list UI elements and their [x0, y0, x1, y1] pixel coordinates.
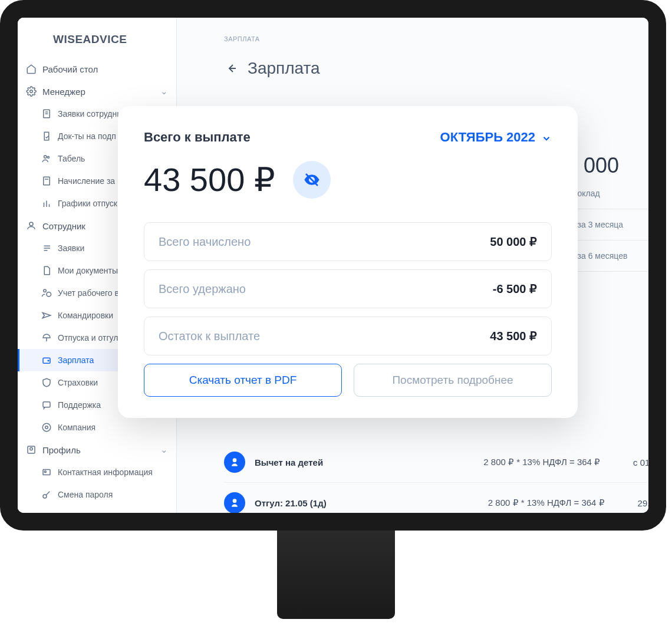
nav-desktop[interactable]: Рабочий стол [18, 58, 176, 80]
detail-value: 43 500 ₽ [490, 329, 537, 343]
chart-icon [41, 198, 52, 209]
svg-point-16 [47, 292, 51, 297]
history-date: с 01.2020 [633, 457, 648, 467]
person-icon [26, 220, 37, 231]
history-formula: 2 800 ₽ * 13% НДФЛ = 364 ₽ [417, 498, 628, 508]
page-title: Зарплата [248, 59, 320, 78]
svg-rect-6 [44, 177, 50, 185]
svg-point-0 [30, 90, 33, 93]
svg-point-30 [233, 499, 237, 503]
history-row[interactable]: Отгул: 21.05 (1д) 2 800 ₽ * 13% НДФЛ = 3… [224, 483, 648, 513]
nav-label: Док-ты на подп [58, 131, 116, 141]
chevron-down-icon: ⌄ [160, 86, 168, 97]
bg-line: ий за 3 месяца [566, 209, 648, 241]
app-logo: WISEADVICE [18, 26, 176, 58]
svg-point-5 [48, 156, 50, 158]
wallet-icon [41, 355, 52, 365]
file-icon [41, 265, 52, 276]
chevron-down-icon [541, 132, 552, 143]
toggle-visibility-button[interactable] [293, 161, 331, 199]
chat-icon [41, 400, 52, 410]
nav-label: Контактная информация [58, 467, 153, 477]
detail-remaining: Остаток к выплате 43 500 ₽ [144, 317, 552, 355]
list-icon [41, 243, 52, 253]
nav-emp-company[interactable]: Компания [18, 416, 176, 439]
salary-summary-card: Всего к выплате ОКТЯБРЬ 2022 43 500 ₽ Вс… [118, 106, 578, 418]
svg-point-15 [44, 289, 47, 292]
detail-value: 50 000 ₽ [490, 235, 537, 249]
bg-line: ий оклад [566, 178, 648, 209]
detail-accrued: Всего начислено 50 000 ₽ [144, 222, 552, 261]
card-title: Всего к выплате [144, 130, 251, 145]
home-icon [26, 64, 37, 74]
detail-withheld: Всего удержано -6 500 ₽ [144, 269, 552, 308]
download-pdf-button[interactable]: Скачать отчет в PDF [144, 364, 342, 397]
card-icon [41, 467, 52, 477]
history-row[interactable]: Вычет на детей 2 800 ₽ * 13% НДФЛ = 364 … [224, 442, 648, 483]
nav-label: Учет рабочего в [58, 288, 119, 298]
detail-label: Всего удержано [159, 282, 246, 296]
nav-label: Поддержка [58, 400, 101, 410]
nav-label: Графики отпуск [58, 199, 117, 208]
nav-profile-password[interactable]: Смена пароля [18, 483, 176, 506]
history-formula: 2 800 ₽ * 13% НДФЛ = 364 ₽ [417, 457, 624, 467]
plane-icon [41, 310, 52, 321]
nav-label: Сотрудник [42, 221, 85, 231]
nav-label: Менеджер [42, 87, 85, 97]
nav-label: Смена пароля [58, 490, 113, 499]
nav-profile-contact[interactable]: Контактная информация [18, 461, 176, 483]
nav-profile[interactable]: Профиль ⌄ [18, 439, 176, 461]
detail-value: -6 500 ₽ [493, 282, 537, 296]
chevron-down-icon: ⌄ [160, 444, 168, 455]
month-picker[interactable]: ОКТЯБРЬ 2022 [440, 130, 552, 145]
detail-label: Остаток к выплате [159, 330, 260, 343]
bg-amount: 2 000 [566, 153, 648, 178]
svg-point-24 [30, 447, 33, 450]
eye-off-icon [303, 171, 321, 189]
users-icon [41, 153, 52, 164]
child-deduction-icon [224, 452, 245, 473]
history-title: Отгул: 21.05 (1д) [255, 498, 408, 508]
history-title: Вычет на детей [255, 457, 408, 467]
shield-icon [41, 377, 52, 388]
svg-point-27 [43, 495, 47, 498]
nav-label: Страховки [58, 378, 98, 387]
gear-icon [26, 86, 37, 97]
nav-label: Мои документы [58, 266, 118, 275]
nav-label: Отпуска и отгул [58, 333, 118, 342]
svg-point-22 [45, 426, 48, 429]
signature-icon [41, 131, 52, 141]
svg-rect-20 [43, 402, 50, 407]
dayoff-icon [224, 492, 245, 513]
back-arrow-icon[interactable] [224, 61, 238, 75]
id-icon [26, 444, 37, 455]
svg-point-26 [44, 471, 46, 473]
view-details-button[interactable]: Посмотреть подробнее [354, 364, 552, 397]
building-icon [41, 422, 52, 433]
svg-point-21 [42, 423, 51, 432]
nav-label: Командировки [58, 311, 113, 320]
svg-point-4 [44, 156, 47, 159]
calculator-icon [41, 176, 52, 186]
svg-point-19 [48, 360, 49, 361]
svg-point-11 [29, 222, 33, 226]
breadcrumb: ЗАРПЛАТА [177, 18, 648, 42]
total-amount: 43 500 ₽ [144, 160, 275, 199]
history-date: 29.04.20 [638, 498, 648, 508]
clock-person-icon [41, 288, 52, 298]
nav-label: Компания [58, 423, 95, 432]
svg-point-29 [233, 458, 237, 462]
nav-label: Профиль [42, 445, 81, 455]
nav-label: Начисление за [58, 176, 115, 186]
month-value: ОКТЯБРЬ 2022 [440, 130, 535, 145]
umbrella-icon [41, 332, 52, 343]
bg-stats: 2 000 ий оклад ий за 3 месяца ий за 6 ме… [566, 153, 648, 272]
bg-line: ий за 6 месяцев [566, 241, 648, 272]
nav-manager[interactable]: Менеджер ⌄ [18, 80, 176, 103]
nav-label: Заявки [58, 243, 84, 253]
history-list: Вычет на детей 2 800 ₽ * 13% НДФЛ = 364 … [224, 442, 648, 513]
nav-label: Рабочий стол [42, 64, 98, 74]
detail-label: Всего начислено [159, 235, 251, 249]
clipboard-icon [41, 108, 52, 119]
nav-label: Табель [58, 154, 85, 163]
